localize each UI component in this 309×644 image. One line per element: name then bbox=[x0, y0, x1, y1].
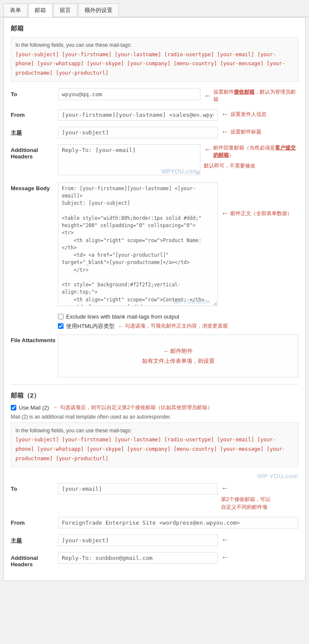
file-attachments-arrow-icon: ← bbox=[164, 348, 169, 354]
file-attachments-annotation1: 邮件附件 bbox=[170, 348, 193, 354]
additional-headers-arrow-icon: ← bbox=[204, 144, 212, 155]
tab-extra-settings[interactable]: 额外的设置 bbox=[78, 3, 119, 17]
section2-from-field-row: From bbox=[11, 517, 298, 529]
message-body-label: Message Body bbox=[11, 182, 58, 191]
checkbox2-annotation-text: 勾选该项，可视化邮件正文内容，浏览更直观 bbox=[125, 322, 228, 330]
section2-additional-headers-input[interactable] bbox=[58, 552, 218, 564]
to-input[interactable] bbox=[58, 88, 200, 100]
section2-mail-tags-intro: In the following fields, you can use the… bbox=[15, 428, 132, 434]
main-panel: 邮箱 In the following fields, you can use … bbox=[3, 17, 306, 581]
additional-headers-annotation-text1: 邮件回复邮箱（当然必须是客户提交的邮箱） bbox=[213, 144, 298, 159]
file-attachments-annotation2: 如有文件上传表单项，则设置 bbox=[142, 356, 215, 366]
file-attachments-field-row: File Attachments ← 邮件附件 如有文件上传表单项，则设置 bbox=[11, 334, 298, 377]
additional-headers-textarea[interactable]: Reply-To: [your-email] bbox=[58, 144, 200, 175]
tab-message[interactable]: 留言 bbox=[53, 3, 77, 17]
tabs-bar: 表单 邮箱 留言 额外的设置 bbox=[0, 0, 309, 17]
section2-subject-field-row: 主题 ← bbox=[11, 535, 298, 546]
to-field-row: To ← 设置邮件接收邮箱，默认为管理员邮箱 bbox=[11, 88, 298, 103]
section2-to-field-row: To ← 第2个接收邮箱，可以 自定义不同的邮件项 bbox=[11, 483, 298, 511]
message-body-arrow-icon: ← bbox=[221, 208, 229, 219]
checkbox2-annotation: ← 勾选该项，可视化邮件正文内容，浏览更直观 bbox=[118, 322, 228, 330]
subject-input[interactable] bbox=[58, 127, 218, 138]
section2-from-input[interactable] bbox=[58, 517, 298, 529]
file-attachments-label: File Attachments bbox=[11, 334, 58, 343]
use-mail-row: Use Mail (2) ← 勾选该项后，则可以自定义第2个接收邮箱（比如其他管… bbox=[11, 404, 298, 411]
file-attachments-box: ← 邮件附件 如有文件上传表单项，则设置 bbox=[58, 334, 298, 377]
message-body-annotation-text: 邮件正文（全部表单数据） bbox=[230, 210, 292, 217]
from-annotation-text: 设置发件人信息 bbox=[230, 111, 267, 118]
message-body-field-content: From: [your-firstname][your-lastname] <[… bbox=[58, 182, 298, 307]
section2-to-field-content: ← 第2个接收邮箱，可以 自定义不同的邮件项 bbox=[58, 483, 298, 511]
section2-additional-headers-annotation: ← bbox=[221, 552, 298, 563]
file-attachments-field-content: ← 邮件附件 如有文件上传表单项，则设置 bbox=[58, 334, 298, 377]
section2-to-input[interactable] bbox=[58, 483, 218, 495]
section2-to-label: To bbox=[11, 483, 58, 492]
from-field-content: ← 设置发件人信息 bbox=[58, 109, 298, 121]
section2-subject-input[interactable] bbox=[58, 535, 218, 546]
use-mail-arrow-icon: ← bbox=[53, 404, 58, 411]
checkbox2-arrow-icon: ← bbox=[118, 323, 123, 329]
checkbox2[interactable] bbox=[58, 323, 64, 329]
section2-from-label: From bbox=[11, 517, 58, 526]
section2-additional-headers-arrow-icon: ← bbox=[221, 552, 229, 563]
message-body-textarea[interactable]: From: [your-firstname][your-lastname] <[… bbox=[58, 182, 218, 306]
additional-headers-annotation-text2: 默认即可，不需要修改 bbox=[204, 162, 255, 170]
checkbox2-row: 使用HTML内容类型 ← 勾选该项，可视化邮件正文内容，浏览更直观 bbox=[58, 322, 298, 330]
section2-from-field-content bbox=[58, 517, 298, 529]
to-label: To bbox=[11, 88, 58, 97]
section2-subject-input-wrapper bbox=[58, 535, 218, 546]
mail-tags-intro: In the following fields, you can use the… bbox=[15, 42, 132, 48]
section2-additional-headers-label: Additional Headers bbox=[11, 552, 58, 568]
checkbox2-label: 使用HTML内容类型 bbox=[66, 322, 115, 330]
message-body-field-row: Message Body From: [your-firstname][your… bbox=[11, 182, 298, 307]
section2-additional-headers-field-content: ← bbox=[58, 552, 298, 564]
additional-headers-label: Additional Headers bbox=[11, 144, 58, 160]
section2-mail-tags-list: [your-subject] [your-firstname] [your-la… bbox=[15, 437, 285, 461]
checkbox1-label: Exclude lines with blank mail-tags from … bbox=[66, 313, 179, 320]
subject-arrow-icon: ← bbox=[221, 127, 229, 137]
checkbox1[interactable] bbox=[58, 314, 64, 319]
use-mail-annotation-text: 勾选该项后，则可以自定义第2个接收邮箱（比如其他管理员邮箱） bbox=[60, 404, 212, 411]
subject-label: 主题 bbox=[11, 127, 58, 137]
from-arrow-icon: ← bbox=[221, 109, 229, 120]
tab-form[interactable]: 表单 bbox=[3, 3, 27, 17]
from-label: From bbox=[11, 109, 58, 118]
subject-input-wrapper bbox=[58, 127, 218, 138]
subject-annotation: ← 设置邮件标题 bbox=[221, 127, 298, 137]
from-annotation: ← 设置发件人信息 bbox=[221, 109, 298, 120]
section2-note: Mail (2) is an additional mail template … bbox=[11, 414, 298, 420]
to-annotation: ← 设置邮件接收邮箱，默认为管理员邮箱 bbox=[204, 88, 298, 103]
section2-from-input-wrapper bbox=[58, 517, 298, 529]
additional-headers-field-row: Additional Headers Reply-To: [your-email… bbox=[11, 144, 298, 176]
section2-additional-headers-input-wrapper bbox=[58, 552, 218, 564]
from-input-wrapper bbox=[58, 109, 218, 121]
section2-subject-label: 主题 bbox=[11, 535, 58, 545]
mail-tags-box: In the following fields, you can use the… bbox=[11, 37, 298, 82]
subject-field-content: ← 设置邮件标题 bbox=[58, 127, 298, 138]
section2-to-input-wrapper bbox=[58, 483, 218, 495]
section2-to-annotation-line1: 第2个接收邮箱，可以 bbox=[221, 495, 270, 503]
section2-mail-tags-box: In the following fields, you can use the… bbox=[11, 422, 298, 467]
to-arrow-icon: ← bbox=[204, 91, 212, 101]
additional-headers-input-wrapper: Reply-To: [your-email] WPYOU.com bbox=[58, 144, 200, 176]
mail-tags-list: [your-subject] [your-firstname] [your-la… bbox=[15, 52, 285, 76]
subject-field-row: 主题 ← 设置邮件标题 bbox=[11, 127, 298, 138]
section-divider bbox=[11, 384, 298, 385]
use-mail-label: Use Mail (2) bbox=[19, 404, 49, 411]
to-field-content: ← 设置邮件接收邮箱，默认为管理员邮箱 bbox=[58, 88, 298, 103]
tab-mailbox[interactable]: 邮箱 bbox=[28, 3, 52, 17]
use-mail-checkbox[interactable] bbox=[11, 405, 16, 410]
watermark3: WP·YOU.com bbox=[11, 472, 298, 480]
section1-title: 邮箱 bbox=[11, 24, 298, 33]
to-annotation-text: 设置邮件接收邮箱，默认为管理员邮箱 bbox=[213, 88, 298, 103]
section2-to-arrow-icon: ← bbox=[221, 483, 229, 494]
additional-headers-field-content: Reply-To: [your-email] WPYOU.com ← 邮件回复邮… bbox=[58, 144, 298, 176]
section2-subject-field-content: ← bbox=[58, 535, 298, 546]
checkbox1-row: Exclude lines with blank mail-tags from … bbox=[58, 313, 298, 320]
page-wrapper: 表单 邮箱 留言 额外的设置 邮箱 In the following field… bbox=[0, 0, 309, 581]
to-input-wrapper bbox=[58, 88, 200, 100]
section2-subject-annotation: ← bbox=[221, 535, 298, 545]
from-input[interactable] bbox=[58, 109, 218, 121]
additional-headers-annotation: ← 邮件回复邮箱（当然必须是客户提交的邮箱） 默认即可，不需要修改 bbox=[204, 144, 298, 169]
section2-to-annotation-line2: 自定义不同的邮件项 bbox=[221, 503, 270, 511]
